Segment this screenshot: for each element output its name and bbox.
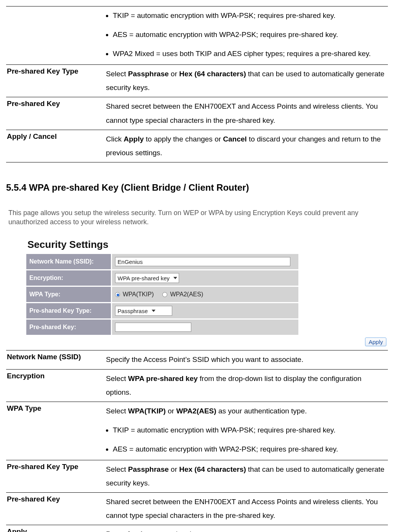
table-row: Pre-shared Key Shared secret between the… <box>6 97 388 130</box>
row-desc: Shared secret between the ENH700EXT and … <box>105 493 388 525</box>
wpa-type-radiogroup: WPA(TKIP) WPA2(AES) <box>115 291 210 297</box>
definition-table-bottom: Network Name (SSID) Specify the Access P… <box>6 350 388 532</box>
row-label: Network Name (SSID) <box>6 350 105 369</box>
shot-title: Security Settings <box>27 239 388 251</box>
wpa-tkip-radio[interactable] <box>115 292 120 297</box>
row-desc: Select Passphrase or Hex (64 characters)… <box>105 65 388 97</box>
row-desc: Click Apply to apply the changes or Canc… <box>105 130 388 162</box>
psk-label: Pre-shared Key: <box>26 320 111 335</box>
wpa2-aes-radio[interactable] <box>162 292 167 297</box>
row-label: Apply / Cancel <box>6 130 105 162</box>
row-label: WPA Type <box>6 402 105 460</box>
row-desc: Select WPA pre-shared key from the drop-… <box>105 369 388 402</box>
row-bullet: AES = automatic encryption with WPA2-PSK… <box>113 442 387 458</box>
table-row: Encryption Select WPA pre-shared key fro… <box>6 369 388 402</box>
psk-input[interactable] <box>115 323 191 332</box>
section-heading: 5.5.4 WPA pre-shared Key (Client Bridge … <box>6 182 388 193</box>
table-row: Network Name (SSID) Specify the Access P… <box>6 350 388 369</box>
row-label: Encryption <box>6 369 105 402</box>
wpa-type-label: WPA Type: <box>26 287 111 302</box>
apply-button[interactable]: Apply <box>365 338 386 346</box>
row-label: Apply <box>6 525 105 532</box>
row-label: Pre-shared Key <box>6 97 105 130</box>
table-row: Pre-shared Key Shared secret between the… <box>6 493 388 525</box>
table-row: Pre-shared Key Type Select Passphrase or… <box>6 460 388 493</box>
security-settings-form: Network Name (SSID): EnGenius Encryption… <box>25 253 300 336</box>
encryption-select[interactable]: WPA pre-shared key <box>115 273 179 283</box>
row-label: Pre-shared Key <box>6 493 105 525</box>
row-bullet: TKIP = automatic encryption with WPA-PSK… <box>113 423 387 442</box>
top-bullet: WPA2 Mixed = uses both TKIP and AES ciph… <box>113 47 387 62</box>
row-desc: Specify the Access Point’s SSID which yo… <box>105 350 388 369</box>
table-row: Apply Press Apply to save the changes. <box>6 525 388 532</box>
shot-intro-text: This page allows you setup the wireless … <box>6 201 388 230</box>
psk-type-label: Pre-shared Key Type: <box>26 303 111 318</box>
security-settings-screenshot: This page allows you setup the wireless … <box>6 201 388 349</box>
psk-type-select[interactable]: Passphrase <box>115 306 172 316</box>
table-row: WPA Type Select WPA(TKIP) or WPA2(AES) a… <box>6 402 388 460</box>
wpa2-aes-radio-label: WPA2(AES) <box>170 291 203 297</box>
table-row: Apply / Cancel Click Apply to apply the … <box>6 130 388 162</box>
row-desc: Select WPA(TKIP) or WPA2(AES) as your au… <box>105 402 388 460</box>
ssid-label: Network Name (SSID): <box>26 254 111 269</box>
definition-table-top: TKIP = automatic encryption with WPA-PSK… <box>6 6 388 167</box>
top-bullets: TKIP = automatic encryption with WPA-PSK… <box>106 9 387 62</box>
row-label: Pre-shared Key Type <box>6 460 105 493</box>
psk-type-select-value: Passphrase <box>118 308 148 314</box>
table-row: Pre-shared Key Type Select Passphrase or… <box>6 65 388 97</box>
ssid-input[interactable]: EnGenius <box>115 257 290 266</box>
top-bullet: AES = automatic encryption with WPA2-PSK… <box>113 28 387 47</box>
encryption-select-value: WPA pre-shared key <box>118 275 170 281</box>
chevron-down-icon <box>152 310 155 312</box>
row-desc: Press Apply to save the changes. <box>105 525 388 532</box>
encryption-label: Encryption: <box>26 270 111 286</box>
chevron-down-icon <box>173 277 177 279</box>
wpa-tkip-radio-label: WPA(TKIP) <box>123 291 154 297</box>
row-desc: Shared secret between the ENH700EXT and … <box>105 97 388 130</box>
top-bullet: TKIP = automatic encryption with WPA-PSK… <box>113 9 387 28</box>
row-desc: Select Passphrase or Hex (64 characters)… <box>105 460 388 493</box>
row-label: Pre-shared Key Type <box>6 65 105 97</box>
